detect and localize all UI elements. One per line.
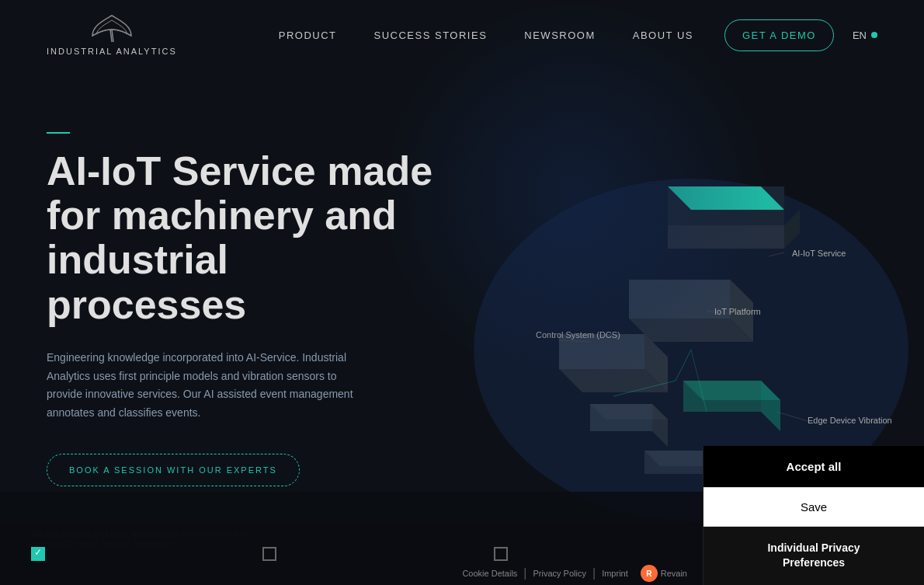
nav-about[interactable]: ABOUT US <box>633 30 693 41</box>
revain-logo: R Revain <box>641 565 687 582</box>
lang-label: EN <box>853 30 867 41</box>
demo-button[interactable]: GET A DEMO <box>724 19 834 51</box>
checkbox-item-1 <box>31 547 45 561</box>
logo-text: INDUSTRIAL ANALYTICS <box>47 47 177 56</box>
svg-text:Edge Device Vibration: Edge Device Vibration <box>808 416 892 425</box>
svg-text:Control System (DCS): Control System (DCS) <box>536 330 620 340</box>
lang-indicator <box>871 32 877 38</box>
checkbox-item-3 <box>494 547 508 561</box>
checkbox-3[interactable] <box>494 547 508 561</box>
nav-links: PRODUCT SUCCESS STORIES NEWSROOM ABOUT U… <box>279 28 693 42</box>
svg-marker-28 <box>590 404 652 431</box>
svg-text:IoT Platform: IoT Platform <box>714 307 761 316</box>
cookie-panel: Accept all Save Individual PrivacyPrefer… <box>703 446 924 585</box>
nav-newsroom[interactable]: NEWSROOM <box>524 30 595 41</box>
save-button[interactable]: Save <box>703 487 924 527</box>
individual-privacy-button[interactable]: Individual PrivacyPreferences <box>703 527 924 585</box>
accent-line <box>47 132 70 134</box>
cookie-details-link[interactable]: Cookie Details <box>462 569 517 578</box>
book-session-button[interactable]: BOOK A SESSION WITH OUR EXPERTS <box>47 454 300 486</box>
svg-marker-7 <box>668 225 784 249</box>
nav-success[interactable]: SUCCESS STORIES <box>374 30 488 41</box>
revain-icon: R <box>641 565 658 582</box>
revain-text: Revain <box>661 569 687 578</box>
checkbox-item-2 <box>262 547 276 561</box>
checkbox-2[interactable] <box>262 547 276 561</box>
separator-1: | <box>523 566 526 580</box>
separator-2: | <box>592 566 596 580</box>
nav-product[interactable]: PRODUCT <box>279 30 337 41</box>
privacy-policy-link[interactable]: Privacy Policy <box>533 569 586 578</box>
svg-text:AI-IoT Service: AI-IoT Service <box>792 249 846 258</box>
cookie-footer: Cookie Details | Privacy Policy | Imprin… <box>0 562 703 585</box>
logo-area[interactable]: INDUSTRIAL ANALYTICS <box>47 14 177 56</box>
hero-description: Engineering knowledge incorporated into … <box>47 349 357 423</box>
logo-icon <box>89 14 135 44</box>
navigation: INDUSTRIAL ANALYTICS PRODUCT SUCCESS STO… <box>0 0 924 70</box>
accept-all-button[interactable]: Accept all <box>703 446 924 487</box>
hero-left: AI-IoT Service made for machinery and in… <box>47 132 435 486</box>
hero-title: AI-IoT Service made for machinery and in… <box>47 149 435 327</box>
checkbox-1[interactable] <box>31 547 45 561</box>
language-selector[interactable]: EN <box>853 30 877 41</box>
svg-marker-23 <box>683 381 761 412</box>
imprint-link[interactable]: Imprint <box>602 569 628 578</box>
